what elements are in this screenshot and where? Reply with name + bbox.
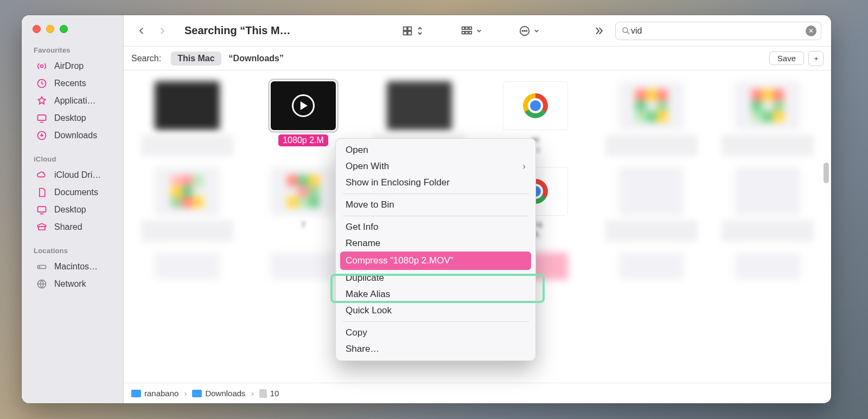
apps-icon (36, 95, 48, 107)
action-button[interactable] (512, 25, 546, 37)
menu-item-get-info[interactable]: Get Info (336, 219, 535, 235)
file-thumbnail (271, 253, 336, 280)
double-chevron-right-icon (593, 25, 604, 36)
sidebar-item-desktop[interactable]: Desktop (22, 109, 123, 127)
menu-separator (342, 321, 529, 322)
menu-item-show-enclosing[interactable]: Show in Enclosing Folder (336, 175, 535, 191)
menu-item-open[interactable]: Open (336, 142, 535, 158)
path-crumb[interactable]: 10 (259, 389, 279, 398)
icloud-icon (36, 169, 48, 181)
menu-label: Move to Bin (346, 199, 394, 210)
chevron-down-icon (534, 28, 539, 34)
svg-rect-12 (462, 27, 465, 29)
svg-rect-11 (408, 31, 411, 34)
documents-icon (36, 186, 48, 198)
file-item[interactable] (600, 253, 703, 280)
svg-rect-15 (462, 31, 465, 34)
search-field[interactable]: ✕ (615, 22, 821, 40)
scrollbar[interactable] (824, 163, 829, 183)
sidebar-item-applications[interactable]: Applicati… (22, 92, 123, 109)
sidebar-item-macintosh[interactable]: Macintos… (22, 258, 123, 275)
file-caption (605, 220, 698, 242)
svg-point-19 (522, 30, 523, 31)
sidebar-item-label: Documents (54, 188, 98, 197)
file-item[interactable] (716, 167, 819, 242)
sidebar-item-documents[interactable]: Documents (22, 184, 123, 201)
menu-item-share[interactable]: Share… (336, 341, 535, 357)
sidebar-item-airdrop[interactable]: AirDrop (22, 57, 123, 75)
menu-label: Duplicate (346, 273, 384, 283)
menu-item-compress[interactable]: Compress “1080p 2.MOV” (340, 252, 531, 270)
menu-label: Compress “1080p 2.MOV” (346, 255, 453, 266)
file-item[interactable] (136, 253, 239, 280)
add-criteria-button[interactable]: ＋ (808, 51, 824, 66)
desktop-icon (36, 204, 48, 216)
menu-label: Show in Enclosing Folder (346, 177, 450, 188)
menu-item-copy[interactable]: Copy (336, 325, 535, 341)
minimize-window-button[interactable] (46, 25, 54, 33)
sidebar-item-label: Shared (54, 222, 82, 232)
folder-icon (192, 390, 202, 397)
chevron-right-icon: › (522, 161, 526, 172)
path-crumb[interactable]: ranabano (131, 389, 178, 398)
downloads-icon (36, 130, 48, 141)
menu-label: Open With (346, 161, 389, 172)
sidebar-item-desktop-icloud[interactable]: Desktop (22, 201, 123, 218)
video-thumbnail (271, 81, 336, 130)
menu-label: Share… (346, 344, 379, 354)
sidebar-item-label: Desktop (54, 113, 86, 123)
menu-item-quick-look[interactable]: Quick Look (336, 302, 535, 319)
selected-file-caption: 1080p 2.M (278, 134, 328, 146)
file-item[interactable] (600, 81, 703, 156)
sidebar-item-downloads[interactable]: Downloads (22, 127, 123, 144)
zoom-window-button[interactable] (60, 25, 68, 33)
file-item[interactable] (136, 81, 239, 156)
overflow-button[interactable] (587, 25, 611, 36)
clear-search-button[interactable]: ✕ (806, 25, 816, 36)
file-caption (722, 220, 814, 242)
disk-icon (36, 261, 48, 273)
sidebar-item-network[interactable]: Network (22, 275, 123, 293)
svg-point-0 (41, 65, 43, 68)
sidebar-section-icloud: iCloud (22, 152, 123, 166)
sidebar-item-label: Desktop (54, 205, 86, 215)
file-item[interactable] (600, 167, 703, 242)
search-input[interactable] (631, 26, 802, 36)
crumb-label: 10 (270, 389, 279, 398)
close-window-button[interactable] (33, 25, 41, 33)
crumb-label: ranabano (144, 389, 178, 398)
forward-button[interactable] (154, 23, 170, 39)
menu-label: Copy (346, 327, 367, 338)
sidebar-section-favourites: Favourites (22, 43, 123, 57)
ellipsis-circle-icon (519, 25, 531, 37)
menu-item-open-with[interactable]: Open With› (336, 158, 535, 175)
recents-icon (36, 78, 48, 89)
scope-downloads[interactable]: “Downloads” (229, 54, 284, 63)
file-item[interactable] (136, 167, 239, 242)
sidebar-item-icloud-drive[interactable]: iCloud Dri… (22, 166, 123, 184)
chevron-right-icon: › (251, 389, 254, 398)
path-bar: ranabano › Downloads › 10 (124, 383, 831, 403)
search-icon (621, 26, 631, 36)
view-mode-button[interactable] (395, 25, 430, 37)
scope-this-mac[interactable]: This Mac (171, 51, 221, 66)
save-search-button[interactable]: Save (769, 51, 804, 65)
menu-item-duplicate[interactable]: Duplicate (336, 270, 535, 286)
menu-label: Make Alias (346, 289, 390, 300)
sidebar-item-recents[interactable]: Recents (22, 75, 123, 92)
file-item[interactable] (716, 81, 819, 156)
folder-icon (131, 390, 141, 397)
menu-item-make-alias[interactable]: Make Alias (336, 286, 535, 302)
grid-icon (401, 25, 413, 37)
group-button[interactable] (454, 25, 488, 37)
menu-item-move-to-bin[interactable]: Move to Bin (336, 197, 535, 213)
sidebar-item-label: iCloud Dri… (54, 170, 101, 180)
menu-item-rename[interactable]: Rename (336, 235, 535, 252)
path-crumb[interactable]: Downloads (192, 389, 245, 398)
svg-point-6 (39, 267, 40, 268)
sidebar-item-shared[interactable]: Shared (22, 218, 123, 236)
chrome-icon (523, 93, 548, 118)
chevron-updown-icon (417, 26, 423, 36)
back-button[interactable] (133, 23, 150, 39)
file-item[interactable] (716, 253, 819, 280)
